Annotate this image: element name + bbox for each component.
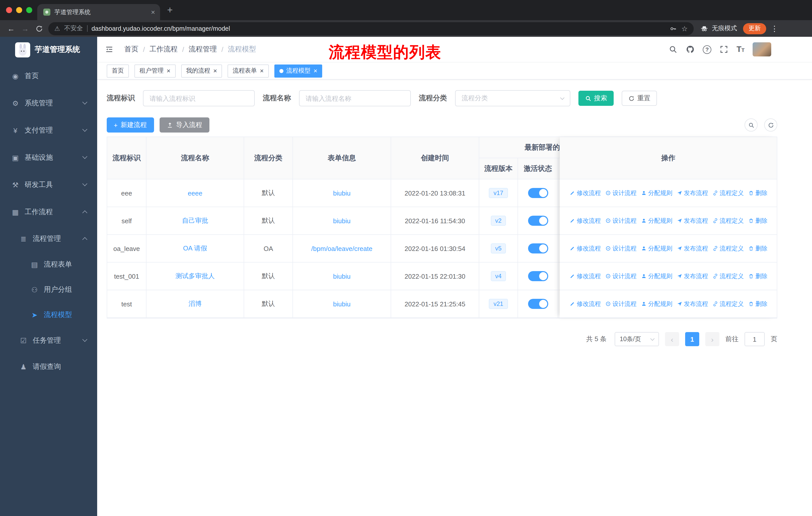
active-toggle[interactable] [528,216,548,226]
design-action-link[interactable]: 设计流程 [605,300,637,308]
new-tab-button[interactable]: + [167,4,173,16]
process-name-input[interactable] [299,90,411,106]
definition-action-link[interactable]: 流程定义 [712,189,744,197]
page-size-select[interactable]: 10条/页 [615,332,659,346]
assign-action-link[interactable]: 分配规则 [641,300,672,308]
breadcrumb-item[interactable]: 工作流程 [149,45,178,54]
delete-action-link[interactable]: 删除 [748,272,767,280]
edit-action-link[interactable]: 修改流程 [569,216,601,225]
browser-update-button[interactable]: 更新 [743,23,766,34]
sidebar-item-payment[interactable]: ¥ 支付管理 [0,117,97,144]
address-bar[interactable]: ⚠ 不安全 dashboard.yudao.iocoder.cn/bpm/man… [48,22,694,35]
sidebar-item-task-management[interactable]: ☑ 任务管理 [0,328,97,354]
assign-action-link[interactable]: 分配规则 [641,216,672,225]
tag-item[interactable]: 租户管理 × [135,64,175,77]
publish-action-link[interactable]: 发布流程 [676,189,708,197]
page-1-button[interactable]: 1 [685,332,699,346]
toggle-search-icon[interactable] [745,118,758,132]
delete-action-link[interactable]: 删除 [748,189,767,197]
avatar[interactable] [753,42,771,56]
delete-action-link[interactable]: 删除 [748,244,767,253]
sidebar-item-user-group[interactable]: ⚇ 用户分组 [0,277,97,302]
bookmark-star-icon[interactable]: ☆ [682,24,688,32]
delete-action-link[interactable]: 删除 [748,216,767,225]
browser-menu-icon[interactable]: ⋮ [771,24,778,33]
font-size-icon[interactable]: TT [736,45,745,53]
window-zoom-button[interactable] [26,7,32,13]
reset-button[interactable]: 重置 [622,91,657,106]
process-name-link[interactable]: 自己审批 [182,216,208,225]
active-toggle[interactable] [528,271,548,281]
tag-item[interactable]: 我的流程 × [181,64,222,77]
design-action-link[interactable]: 设计流程 [605,216,637,225]
form-info-link[interactable]: biubiu [333,272,350,280]
prev-page-button[interactable]: ‹ [665,332,679,346]
active-toggle[interactable] [528,188,548,198]
create-process-button[interactable]: + 新建流程 [107,117,154,133]
process-name-link[interactable]: 滔博 [188,299,202,308]
tag-close-icon[interactable]: × [260,67,264,74]
sidebar-item-workflow[interactable]: ▦ 工作流程 [0,198,97,226]
sidebar-item-infrastructure[interactable]: ▣ 基础设施 [0,144,97,171]
assign-action-link[interactable]: 分配规则 [641,189,672,197]
window-minimize-button[interactable] [16,7,22,13]
definition-action-link[interactable]: 流程定义 [712,272,744,280]
design-action-link[interactable]: 设计流程 [605,272,637,280]
import-process-button[interactable]: 导入流程 [159,117,209,133]
refresh-table-icon[interactable] [764,118,777,132]
edit-action-link[interactable]: 修改流程 [569,272,601,280]
help-icon[interactable]: ? [703,45,711,54]
sidebar-item-process-management[interactable]: ≣ 流程管理 [0,226,97,252]
goto-page-input[interactable] [745,332,765,346]
url-text[interactable]: dashboard.yudao.iocoder.cn/bpm/manager/m… [91,25,230,32]
form-info-link[interactable]: biubiu [333,217,350,224]
security-label[interactable]: 不安全 [64,24,83,33]
sidebar-collapse-icon[interactable] [105,45,114,54]
assign-action-link[interactable]: 分配规则 [641,244,672,253]
form-info-link[interactable]: biubiu [333,300,350,308]
definition-action-link[interactable]: 流程定义 [712,300,744,308]
definition-action-link[interactable]: 流程定义 [712,216,744,225]
tag-close-icon[interactable]: × [167,67,170,74]
active-toggle[interactable] [528,299,548,309]
back-button[interactable]: ← [4,24,18,33]
edit-action-link[interactable]: 修改流程 [569,189,601,197]
edit-action-link[interactable]: 修改流程 [569,300,601,308]
assign-action-link[interactable]: 分配规则 [641,272,672,280]
sidebar-item-leave-query[interactable]: ♟ 请假查询 [0,354,97,380]
tag-close-icon[interactable]: × [213,67,217,74]
process-name-link[interactable]: OA 请假 [183,244,207,253]
tag-close-icon[interactable]: × [314,67,317,74]
sidebar-item-devtools[interactable]: ⚒ 研发工具 [0,171,97,198]
publish-action-link[interactable]: 发布流程 [676,272,708,280]
category-select[interactable]: 流程分类 [455,90,570,106]
publish-action-link[interactable]: 发布流程 [676,300,708,308]
reload-button[interactable] [32,24,46,33]
tag-item[interactable]: 首页 [107,64,129,77]
design-action-link[interactable]: 设计流程 [605,244,637,253]
process-name-link[interactable]: 测试多审批人 [175,272,215,281]
tag-item[interactable]: 流程表单 × [228,64,268,77]
publish-action-link[interactable]: 发布流程 [676,216,708,225]
sidebar-item-process-model[interactable]: ➤ 流程模型 [0,302,97,328]
sidebar-item-process-form[interactable]: ▤ 流程表单 [0,252,97,277]
design-action-link[interactable]: 设计流程 [605,189,637,197]
github-icon[interactable] [686,45,695,54]
fullscreen-icon[interactable] [719,45,728,54]
active-toggle[interactable] [528,243,548,253]
next-page-button[interactable]: › [705,332,719,346]
search-icon[interactable] [669,45,677,54]
definition-action-link[interactable]: 流程定义 [712,244,744,253]
password-key-icon[interactable] [669,24,677,32]
breadcrumb-item[interactable]: 首页 [124,45,139,54]
breadcrumb-item[interactable]: 流程管理 [189,45,217,54]
form-info-link[interactable]: biubiu [333,189,350,197]
sidebar-item-home[interactable]: ◉ 首页 [0,62,97,90]
window-close-button[interactable] [6,7,12,13]
delete-action-link[interactable]: 删除 [748,300,767,308]
browser-tab[interactable]: 芋道管理系统 × [37,4,160,20]
process-name-link[interactable]: eeee [188,189,202,197]
forward-button[interactable]: → [18,24,32,33]
search-button[interactable]: 搜索 [578,91,614,106]
tab-close-icon[interactable]: × [151,8,155,16]
